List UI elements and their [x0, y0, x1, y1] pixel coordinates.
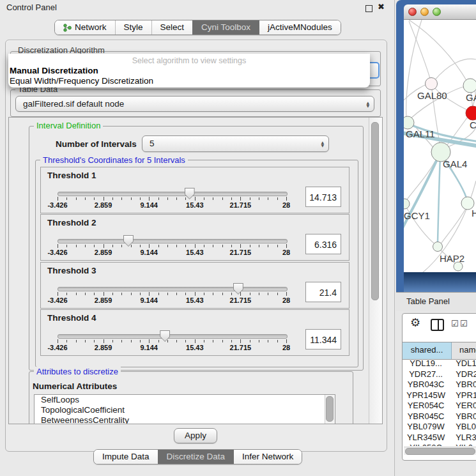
menu-item-manual-discretization[interactable]: Manual Discretization [8, 65, 370, 75]
network-node-label: GCY1 [404, 210, 430, 221]
column-header-shared-name[interactable]: shared... [403, 342, 452, 359]
slider-thumb[interactable] [233, 283, 243, 295]
cell-name[interactable]: YBR0 [449, 411, 476, 422]
cell-name[interactable]: YDR2 [449, 369, 476, 380]
slider-tick [94, 197, 95, 200]
cell-shared-name[interactable]: YBL079W [403, 422, 449, 433]
cell-shared-name[interactable]: YDL19... [403, 358, 449, 369]
slider-tick [286, 292, 287, 296]
slider-tick [66, 197, 67, 200]
tab-jactivemnodules[interactable]: jActiveMNodules [259, 20, 341, 35]
slider-tick [240, 339, 241, 343]
threshold-value-field[interactable]: 6.316 [305, 234, 341, 254]
network-node[interactable] [426, 78, 438, 90]
slider-tick [195, 244, 196, 248]
tab-infer-network[interactable]: Infer Network [233, 450, 302, 464]
cell-shared-name[interactable]: YDR27... [403, 369, 449, 380]
threshold-value-field[interactable]: 11.344 [305, 329, 341, 349]
cell-shared-name[interactable]: YER054C [403, 401, 449, 411]
tab-impute-data[interactable]: Impute Data [94, 450, 158, 464]
threshold-value-field[interactable]: 14.713 [305, 187, 341, 207]
slider-track[interactable] [58, 334, 288, 339]
slider-track[interactable] [58, 239, 288, 243]
cell-shared-name[interactable]: YIL052C [403, 443, 449, 446]
table-row[interactable]: YIL052CYIL0 [403, 443, 476, 446]
close-traffic-light[interactable] [408, 8, 417, 16]
threshold-label: Threshold 2 [47, 218, 96, 227]
table-row[interactable]: YDL19...YDL1 [403, 358, 476, 369]
table-row[interactable]: YLR345WYLR3 [403, 433, 476, 443]
minimize-traffic-light[interactable] [420, 8, 429, 16]
slider-thumb[interactable] [123, 235, 134, 247]
numerical-attributes-list[interactable]: SelfLoopsTopologicalCoefficientBetweenne… [34, 394, 335, 424]
column-header-name[interactable]: name [452, 342, 476, 359]
slider-tick [158, 293, 159, 295]
cell-name[interactable]: YDL1 [449, 358, 476, 369]
slider-tick [176, 245, 177, 247]
table-row[interactable]: YBL079WYBL0 [403, 422, 476, 433]
panel-scrollbar[interactable] [369, 118, 383, 424]
cell-name[interactable]: YPR1 [449, 390, 476, 401]
checkbox-icon[interactable]: ☑ [451, 319, 459, 328]
network-node[interactable] [404, 199, 410, 209]
cell-shared-name[interactable]: YPR145W [403, 390, 449, 401]
slider-tick [158, 197, 159, 200]
table-row[interactable]: YPR145WYPR1 [403, 390, 476, 401]
checkbox-icon[interactable]: ☑ [460, 319, 468, 328]
slider-tick [149, 339, 150, 343]
slider-tick-label: 15.43 [186, 296, 204, 304]
slider-tick [85, 340, 86, 342]
network-window-titlebar[interactable] [404, 4, 476, 20]
table-row[interactable]: YER054CYER0 [403, 401, 476, 411]
attribute-list-item[interactable]: SelfLoops [35, 395, 335, 405]
network-node[interactable] [404, 116, 414, 129]
threshold-value-field[interactable]: 21.4 [305, 282, 341, 302]
table-data-combo[interactable]: galFiltered.sif default node ▲▼ [15, 96, 374, 112]
slider-tick [176, 197, 177, 200]
table-row[interactable]: YBR045CYBR0 [403, 411, 476, 422]
slider-tick [195, 292, 196, 296]
attribute-list-item[interactable]: BetweennessCentrality [35, 415, 335, 424]
panel-scrollbar-thumb[interactable] [371, 122, 379, 300]
cell-shared-name[interactable]: YLR345W [403, 433, 449, 443]
cell-name[interactable]: YBL0 [449, 422, 476, 433]
cell-shared-name[interactable]: YBR043C [403, 380, 449, 390]
slider-tick [240, 197, 241, 201]
menu-item-equal-width-frequency[interactable]: Equal Width/Frequency Discretization [8, 75, 370, 86]
slider-thumb[interactable] [160, 330, 170, 342]
gear-icon[interactable]: ⚙ [410, 316, 420, 329]
cell-shared-name[interactable]: YBR045C [403, 411, 449, 422]
slider-tick-label: 9.144 [140, 296, 158, 304]
slider-track[interactable] [58, 192, 288, 196]
float-window-icon[interactable] [365, 5, 372, 12]
slider-tick [277, 293, 278, 295]
slider-tick [94, 340, 95, 342]
slider-tick-label: 28 [282, 344, 290, 351]
list-scrollbar[interactable] [325, 395, 335, 424]
table-hscrollbar[interactable] [404, 447, 476, 455]
attribute-list-item[interactable]: TopologicalCoefficient [35, 405, 335, 415]
tab-cyni-toolbox[interactable]: Cyni Toolbox [192, 20, 259, 35]
tab-select[interactable]: Select [151, 20, 193, 35]
table-row[interactable]: YBR043CYBR0 [403, 380, 476, 390]
tab-network[interactable]: Network [55, 20, 115, 35]
tab-discretize-data[interactable]: Discretize Data [158, 450, 234, 464]
cell-name[interactable]: YER0 [449, 401, 476, 411]
slider-track[interactable] [58, 287, 288, 291]
zoom-traffic-light[interactable] [433, 8, 441, 16]
network-node[interactable] [433, 242, 443, 252]
cell-name[interactable]: YBR0 [449, 380, 476, 390]
network-canvas[interactable]: GAL80GACGAL11GAL4GCY1HHAP2 [404, 20, 476, 272]
number-of-intervals-combo[interactable]: 5 ▲▼ [142, 135, 329, 152]
tab-style[interactable]: Style [115, 20, 151, 35]
cell-name[interactable]: YIL0 [449, 443, 476, 446]
close-icon[interactable]: ✖ [378, 2, 385, 12]
network-node[interactable] [463, 79, 476, 93]
table-row[interactable]: YDR27...YDR2 [403, 369, 476, 380]
network-edge [434, 59, 476, 81]
cell-name[interactable]: YLR3 [449, 433, 476, 443]
columns-icon[interactable] [431, 319, 444, 331]
apply-button[interactable]: Apply [174, 428, 217, 443]
network-edge [406, 154, 439, 201]
network-edge-highlighted [404, 155, 439, 236]
